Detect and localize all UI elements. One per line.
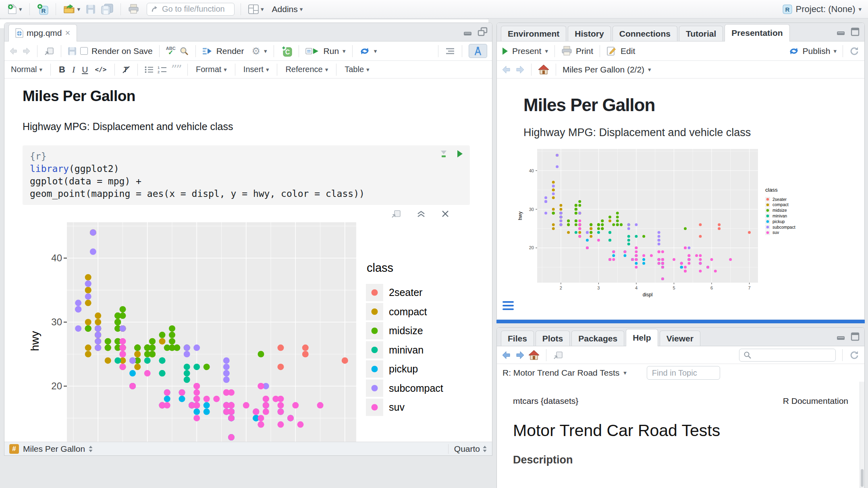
home-icon[interactable] [538,64,549,75]
scrollbar-thumb[interactable] [861,469,864,487]
maximize-pane-icon[interactable] [850,332,860,341]
home-icon[interactable] [528,350,540,360]
blockquote-icon[interactable]: ”” [171,66,181,72]
minimize-pane-icon[interactable] [835,27,847,37]
tab-connections[interactable]: Connections [613,26,677,41]
caret-down-icon[interactable]: ▾ [264,48,267,55]
find-in-topic-input[interactable] [647,366,720,380]
back-icon[interactable] [502,351,511,360]
publish-button[interactable]: Publish [803,46,831,56]
tab-files[interactable]: Files [501,331,534,346]
minimize-pane-icon[interactable] [835,332,847,341]
maximize-pane-icon[interactable] [477,27,488,37]
italic-button[interactable]: I [71,64,77,75]
help-scrollbar[interactable] [860,382,864,488]
save-all-button[interactable] [100,3,114,15]
render-button[interactable]: Render [216,46,244,56]
pane-layout-button[interactable]: ▾ [247,4,265,15]
edit-button[interactable]: Edit [621,46,635,56]
bullet-list-icon[interactable] [144,66,154,74]
tab-viewer[interactable]: Viewer [660,331,700,346]
code-button[interactable]: </> [93,66,108,73]
minimize-pane-icon[interactable] [462,27,473,37]
outline-icon[interactable] [445,47,455,55]
new-file-button[interactable]: ▾ [6,3,23,15]
visual-editor-toggle[interactable] [469,44,487,58]
tab-tutorial[interactable]: Tutorial [679,26,723,41]
save-button[interactable] [85,4,97,15]
caret-down-icon[interactable]: ▾ [623,369,627,376]
goto-file-input[interactable] [162,4,226,14]
underline-button[interactable]: U [80,65,89,74]
collapse-output-icon[interactable] [416,210,426,218]
gear-icon[interactable]: ⚙ [252,46,261,56]
tab-packages[interactable]: Packages [571,331,624,346]
search-icon[interactable] [179,46,189,56]
reference-menu[interactable]: Reference ▾ [284,65,330,74]
popout-output-icon[interactable] [391,209,401,219]
caret-down-icon[interactable]: ▾ [833,48,837,55]
presentation-slide[interactable]: Miles Per Gallon Highway MPG: Displaceme… [497,79,864,319]
tab-help[interactable]: Help [626,329,658,346]
present-button[interactable]: Present [512,46,541,56]
tab-presentation[interactable]: Presentation [725,24,789,41]
save-icon[interactable] [68,47,77,56]
back-icon[interactable] [9,47,18,55]
numbered-list-icon[interactable]: 12 [158,66,167,74]
table-menu[interactable]: Table ▾ [343,65,371,74]
close-icon[interactable]: × [65,28,71,38]
goto-file-search[interactable] [147,3,235,16]
insert-chunk-icon[interactable]: C [280,45,292,57]
tab-mpg-qmd[interactable]: mpg.qmd × [8,24,77,41]
format-menu[interactable]: Format ▾ [194,65,228,74]
tab-environment[interactable]: Environment [501,26,566,41]
editor-canvas[interactable]: Miles Per Gallon Highway MPG: Displaceme… [4,79,492,443]
paragraph-style-select[interactable]: Normal ▾ [9,65,44,74]
forward-icon[interactable] [515,351,525,360]
code-chunk[interactable]: {r}library(ggplot2)ggplot(data = mpg) + … [23,145,470,205]
project-menu[interactable]: R Project: (None) ▾ [782,4,862,14]
caret-down-icon[interactable]: ▾ [648,66,651,73]
refresh-icon[interactable] [849,46,860,56]
new-project-button[interactable]: R [36,3,50,16]
run-chunk-icon[interactable] [457,149,463,158]
doc-mode-label[interactable]: Quarto [454,444,480,454]
help-document[interactable]: mtcars {datasets} R Documentation Motor … [497,382,864,488]
print-button[interactable] [127,3,140,15]
clear-output-icon[interactable] [441,209,450,218]
popout-icon[interactable] [553,350,563,360]
help-search-box[interactable] [739,349,836,362]
caret-down-icon[interactable]: ▾ [545,48,548,55]
run-chunks-above-icon[interactable] [439,149,449,158]
slide-menu-icon[interactable] [503,301,514,310]
slide-navigator[interactable]: Miles Per Gallon (2/2) [563,65,644,74]
caret-down-icon[interactable]: ▾ [261,6,264,13]
section-navigator[interactable]: Miles Per Gallon [23,444,85,454]
back-icon[interactable] [502,65,511,74]
caret-down-icon[interactable]: ▾ [343,48,346,55]
help-search-input[interactable] [755,350,827,360]
caret-down-icon[interactable]: ▾ [77,6,81,13]
tab-plots[interactable]: Plots [536,331,570,346]
insert-menu[interactable]: Insert ▾ [242,65,271,74]
rerun-icon[interactable] [359,47,370,56]
bold-button[interactable]: B [57,64,67,75]
render-on-save-checkbox[interactable] [80,47,88,55]
run-button[interactable]: Run [324,46,339,56]
addins-button[interactable]: Addins ▾ [271,4,304,15]
refresh-icon[interactable] [849,350,860,360]
print-button[interactable]: Print [576,46,593,56]
forward-icon[interactable] [515,65,525,74]
clear-format-icon[interactable]: T [121,65,131,74]
open-file-button[interactable]: ▾ [62,3,82,15]
caret-down-icon[interactable]: ▾ [19,6,22,13]
pane-focus-divider[interactable] [496,320,865,323]
maximize-pane-icon[interactable] [850,27,860,37]
popout-icon[interactable] [44,46,54,56]
tab-history[interactable]: History [568,26,611,41]
caret-down-icon[interactable]: ▾ [374,48,377,55]
spellcheck-icon[interactable]: ABC✓ [166,47,176,56]
topic-selector[interactable]: R: Motor Trend Car Road Tests [503,368,619,378]
svg-text:2seater: 2seater [389,287,422,298]
forward-icon[interactable] [22,47,31,55]
